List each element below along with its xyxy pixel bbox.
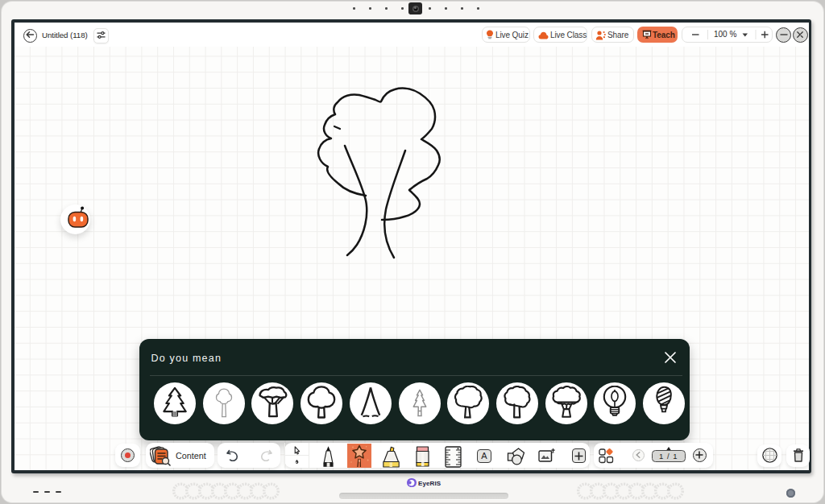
svg-text:100 %: 100 %: [714, 30, 736, 39]
